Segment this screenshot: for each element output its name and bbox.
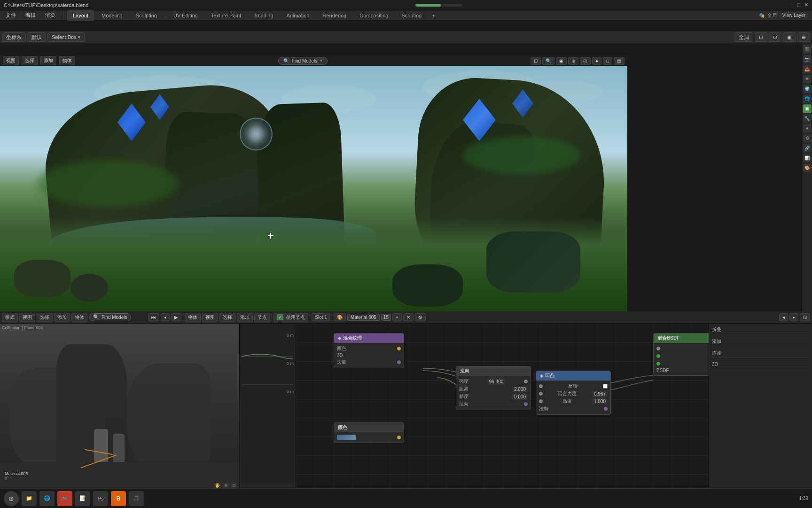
window-controls[interactable]: ─ □ ✕ [790, 2, 808, 8]
tab-animation[interactable]: Animation [281, 10, 315, 21]
prop-object-icon[interactable]: ▣ [803, 104, 812, 113]
bottom-find-models[interactable]: 🔍 Find Models [89, 313, 131, 321]
fullscreen-btn[interactable]: ⊡ [800, 313, 810, 321]
checkbox-invert[interactable] [603, 384, 608, 389]
taskbar-folder[interactable]: 📁 [22, 491, 37, 506]
slot-btn[interactable]: Slot 1 [312, 313, 330, 321]
bottom-select-btn[interactable]: 选择 [37, 313, 53, 322]
node-add-btn[interactable]: 添加 [237, 313, 253, 322]
socket-strength[interactable] [524, 380, 528, 383]
val-strength[interactable]: 96.300 [487, 379, 506, 385]
minimize-btn[interactable]: ─ [790, 2, 794, 8]
mini-ctrl1[interactable]: 🖐 [213, 483, 221, 488]
frame-prev-btn[interactable]: ◂ [161, 313, 170, 321]
tab-texture[interactable]: Texture Paint [205, 10, 247, 21]
prop-scene2-icon[interactable]: 🌍 [803, 85, 812, 93]
maximize-btn[interactable]: □ [797, 2, 800, 8]
val-dist[interactable]: 2.000 [512, 386, 528, 392]
socket-in-mix-color[interactable] [656, 347, 660, 350]
bottom-add-btn[interactable]: 添加 [54, 313, 70, 322]
tab-scripting[interactable]: Scripting [396, 10, 427, 21]
prop-output-icon[interactable]: 📤 [803, 65, 812, 73]
prop-render-icon[interactable]: 📷 [803, 55, 812, 64]
bottom-object-btn[interactable]: 物体 [71, 313, 87, 322]
prop-constraints-icon[interactable]: 🔗 [803, 144, 812, 152]
val-mix-str[interactable]: 0.967 [592, 391, 608, 397]
vp-icon1[interactable]: ⊡ [531, 57, 541, 65]
node-editor[interactable]: ◈ 混合纹理 颜色 3D 失量 法向 [296, 324, 709, 498]
overlay-btn[interactable]: ◉ [783, 32, 796, 42]
socket-normal-out[interactable] [524, 402, 528, 406]
node-bump[interactable]: ◈ 凹凸 反转 混合力度 0.967 高度 1.000 [536, 371, 611, 415]
tab-compositing[interactable]: Compositing [354, 10, 394, 21]
socket-color-val[interactable] [397, 436, 401, 439]
vp-icon2[interactable]: 🔍 [542, 57, 554, 65]
val-height[interactable]: 1.000 [592, 398, 608, 405]
proportional-btn[interactable]: ⊙ [769, 32, 781, 42]
prop-modifier-icon[interactable]: 🔧 [803, 114, 812, 123]
close-btn[interactable]: ✕ [804, 2, 808, 8]
gizmo-btn[interactable]: ⊕ [797, 32, 810, 42]
prop-physics-icon[interactable]: ⚙ [803, 134, 812, 143]
node-blend-texture[interactable]: ◈ 混合纹理 颜色 3D 失量 [334, 333, 404, 368]
prop-particles-icon[interactable]: ✦ [803, 124, 812, 133]
material-add-btn[interactable]: + [392, 313, 402, 321]
taskbar-start[interactable]: ⊕ [4, 491, 19, 506]
vp-icon5[interactable]: ◎ [580, 57, 591, 65]
tab-rendering[interactable]: Rendering [317, 10, 352, 21]
vp-select-btn[interactable]: 选择 [22, 56, 38, 65]
socket-in-mix[interactable] [539, 392, 543, 396]
color-swatch[interactable] [337, 435, 356, 440]
vp-icon3[interactable]: ◉ [556, 57, 567, 65]
prop-scene-icon[interactable]: 🎬 [803, 45, 812, 54]
vp-icon7[interactable]: □ [603, 57, 612, 65]
find-models-bar[interactable]: 🔍 Find Models ▾ [278, 57, 328, 65]
vp-icon4[interactable]: ⊕ [568, 57, 578, 65]
taskbar-ps[interactable]: Ps [93, 491, 108, 506]
select-box-btn[interactable]: Select Box ▾ [47, 32, 85, 42]
material-remove-btn[interactable]: ✕ [403, 313, 414, 321]
vp-object-btn[interactable]: 物体 [59, 56, 75, 65]
main-viewport[interactable] [0, 66, 627, 311]
bottom-view-btn[interactable]: 视图 [19, 313, 35, 322]
play-btn[interactable]: ▶ [171, 313, 181, 321]
socket-in-invert[interactable] [539, 384, 543, 388]
tab-add-btn[interactable]: + [429, 12, 437, 19]
tab-uv[interactable]: UV Editing [168, 10, 203, 21]
prop-data-icon[interactable]: 📊 [803, 154, 812, 162]
bottom-mode-btn[interactable]: 模式 [2, 313, 18, 322]
view-layer-btn[interactable]: View Layer [780, 12, 808, 18]
socket-in-color2[interactable] [656, 354, 660, 358]
taskbar-app1[interactable]: 🎮 [57, 491, 72, 506]
node-select-btn[interactable]: 选择 [219, 313, 235, 322]
val-prec[interactable]: 0.000 [512, 394, 528, 400]
mini-ctrl2[interactable]: ⊕ [223, 483, 229, 488]
tab-layout[interactable]: Layout [67, 10, 94, 21]
socket-vector[interactable] [397, 360, 401, 364]
tab-sculpting[interactable]: Sculpting [130, 10, 163, 21]
coord-system-btn[interactable]: 坐标系 [2, 32, 26, 42]
zoom-in-btn[interactable]: ▸ [789, 313, 798, 321]
taskbar-app2[interactable]: 📝 [75, 491, 90, 506]
menu-edit[interactable]: 编辑 [22, 11, 39, 20]
node-color[interactable]: 颜色 [334, 422, 404, 443]
zoom-out-btn[interactable]: ◂ [779, 313, 788, 321]
use-node-btn[interactable]: ✓ 使用节点 [273, 313, 308, 322]
material-name-display[interactable]: Material.005 [347, 314, 380, 321]
mini-viewport[interactable]: Collection | Plane.001 🖐 ⊕ ⊙ Material.00… [0, 324, 240, 490]
node-view-btn[interactable]: 视图 [202, 313, 218, 322]
frame-start-btn[interactable]: ⏮ [148, 313, 159, 321]
default-btn[interactable]: 默认 [27, 32, 46, 42]
tab-shading[interactable]: Shading [249, 10, 279, 21]
prop-view-icon[interactable]: 👁 [803, 75, 812, 83]
taskbar-chrome-alt[interactable]: 🌐 [39, 491, 55, 506]
mini-ctrl3[interactable]: ⊙ [231, 483, 237, 488]
socket-in-height[interactable] [539, 399, 543, 403]
node-mix-bsdf[interactable]: 混合BSDF 混合色 颜色 法向 BSDF [653, 333, 709, 376]
vp-view-btn[interactable]: 视图 [3, 56, 19, 65]
tab-modeling[interactable]: Modeling [96, 10, 128, 21]
socket-color-out[interactable] [397, 347, 401, 350]
global-btn[interactable]: 全局 [734, 32, 753, 42]
material-icon-btn[interactable]: 🎨 [334, 313, 346, 321]
socket-normal-bump-out[interactable] [604, 407, 608, 411]
